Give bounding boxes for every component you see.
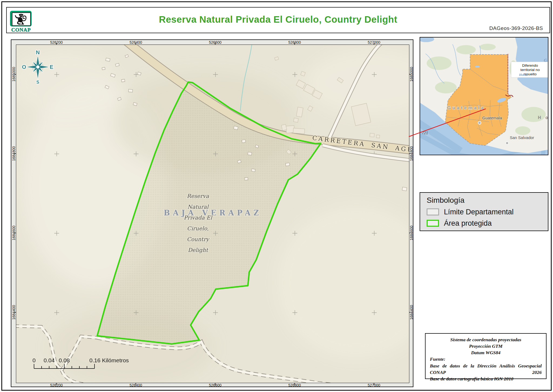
dispute-callout: Diferendo territorial no resuelto [511,62,548,77]
inset-locator-map: Diferendo territorial no resuelto Guatem… [420,37,548,155]
map-canvas: CARRETERA SAN AGUS BAJA VERAPAZ Reserva … [16,45,409,383]
honduras-partial-label: H o [538,115,548,120]
svg-text:Privada El: Privada El [184,214,213,221]
compass-south: S [36,80,39,85]
gulf-label-partial: Hond [519,73,528,77]
svg-text:0.04: 0.04 [44,357,55,363]
svg-text:0.16 Kilómetros: 0.16 Kilómetros [89,357,129,363]
document-code: DAGeos-369-2026-BS [489,25,543,31]
svg-text:Reserva: Reserva [187,193,209,199]
header: CONAP Reserva Natural Privada El Ciruelo… [6,7,550,33]
compass-west: O [22,64,26,70]
svg-text:Ciruelo,: Ciruelo, [187,225,209,232]
info-line: Proyección GTM [430,343,542,349]
legend-title: Simbología [427,196,464,205]
basemap-svg: CARRETERA SAN AGUS BAJA VERAPAZ Reserva … [16,45,409,383]
legend-item-label: Límite Departamental [444,208,514,216]
capital-dot [478,121,481,124]
svg-text:Natural: Natural [187,204,209,210]
svg-text:Diferendo: Diferendo [522,63,538,67]
grid-cross [292,72,297,77]
inset-road-number: 721 [422,131,428,135]
legend-item-label: Área protegida [444,219,492,228]
svg-text:Country: Country [187,236,210,242]
info-line: Fuente: [430,356,542,362]
inset-svg: Diferendo territorial no resuelto Guatem… [420,38,548,155]
info-line: Base de datos cartografía básica IGN 201… [430,376,542,382]
legend: Simbología Límite Departamental Área pro… [420,192,548,231]
svg-text:0.08: 0.08 [59,357,70,363]
lake-peten [475,66,480,68]
logo-text: CONAP [10,27,32,33]
svg-text:Delight: Delight [188,247,208,253]
projection-info-box: Sistema de coordenadas proyectadas Proye… [425,333,547,379]
info-line: Base de datos de la Dirección Análisis G… [430,363,542,376]
gulf-label-g: G [544,58,547,63]
map-frame: 526200 526400 526600 526800 527000 52620… [11,39,413,387]
inset-country-label: Guatemala [447,105,485,110]
departmental-swatch [427,208,439,215]
department-label: BAJA VERAPAZ [164,209,262,217]
protected-swatch [427,220,439,227]
svg-text:territorial no: territorial no [520,68,539,72]
map-sheet: CONAP Reserva Natural Privada El Ciruelo… [0,0,553,392]
grid-cross [213,310,218,315]
san-salvador-label: San Salvador [510,135,534,140]
page-title: Reserva Natural Privada El Ciruelo, Coun… [7,14,549,25]
svg-text:0: 0 [32,357,36,363]
san-salvador-dot [506,142,508,144]
info-line: Sistema de coordenadas proyectadas [430,336,542,343]
compass-north: N [36,49,40,55]
info-line: Datum WGS84 [430,349,542,356]
inset-capital-label: Guatemala [482,116,502,120]
compass-east: E [50,64,53,70]
grid-cross [54,310,59,315]
